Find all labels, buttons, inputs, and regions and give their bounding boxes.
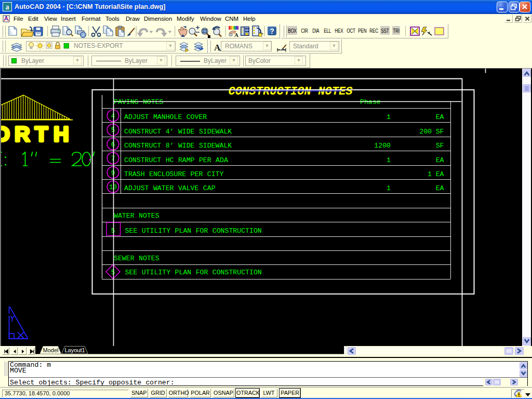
svg-text:9: 9 xyxy=(111,170,115,177)
svg-text:EA: EA xyxy=(436,170,444,178)
svg-text:Phase: Phase xyxy=(360,98,381,106)
svg-text:4: 4 xyxy=(111,113,115,120)
svg-text:7: 7 xyxy=(111,155,115,163)
svg-text:5: 5 xyxy=(111,269,115,276)
svg-text:1200: 1200 xyxy=(374,142,391,150)
svg-text:SF: SF xyxy=(436,142,444,150)
svg-text:O: O xyxy=(0,122,10,146)
svg-text:Model: Model xyxy=(43,347,59,353)
svg-text:T: T xyxy=(35,122,48,146)
svg-text:H: H xyxy=(54,122,69,146)
svg-text:A: A xyxy=(234,32,238,38)
svg-text:EA: EA xyxy=(436,156,444,164)
svg-text:CONSTRUCT 4’ WIDE SIDEWALK: CONSTRUCT 4’ WIDE SIDEWALK xyxy=(124,128,232,136)
svg-text:SEE UTILITY PLAN FOR CONSTRUCT: SEE UTILITY PLAN FOR CONSTRUCTION xyxy=(125,269,262,276)
svg-text:Layout1: Layout1 xyxy=(64,347,85,353)
svg-text:SF: SF xyxy=(436,128,444,136)
svg-text:1: 1 xyxy=(387,156,391,164)
svg-text:R: R xyxy=(15,122,30,146)
svg-text:1: 1 xyxy=(428,170,432,178)
svg-text:WATER NOTES: WATER NOTES xyxy=(114,212,159,220)
svg-text:ADJUST MANHOLE COVER: ADJUST MANHOLE COVER xyxy=(124,113,207,121)
svg-text:a: a xyxy=(6,3,9,11)
svg-text:1: 1 xyxy=(387,113,391,121)
svg-text:5: 5 xyxy=(111,228,115,235)
svg-text:CONSTRUCTION NOTES: CONSTRUCTION NOTES xyxy=(229,85,353,98)
svg-text:PAVING NOTES: PAVING NOTES xyxy=(114,98,164,106)
svg-text:EA: EA xyxy=(436,184,444,192)
svg-text:200: 200 xyxy=(419,128,432,136)
svg-text:SEE UTILITY PLAN FOR CONSTRUCT: SEE UTILITY PLAN FOR CONSTRUCTION xyxy=(125,227,262,235)
svg-text:1: 1 xyxy=(387,184,391,192)
svg-text:SEWER NOTES: SEWER NOTES xyxy=(114,255,159,262)
svg-text:6: 6 xyxy=(111,141,115,149)
svg-text:10: 10 xyxy=(109,184,117,191)
svg-text:EA: EA xyxy=(436,113,444,121)
svg-text:CONSTRUCT 8’ WIDE SIDEWALK: CONSTRUCT 8’ WIDE SIDEWALK xyxy=(124,142,232,150)
svg-text:5: 5 xyxy=(111,127,115,134)
svg-text:TRASH ENCLOSURE PER CITY: TRASH ENCLOSURE PER CITY xyxy=(124,170,224,178)
svg-text:CONSTRUCT HC RAMP PER ADA: CONSTRUCT HC RAMP PER ADA xyxy=(124,156,228,164)
svg-text:?: ? xyxy=(270,27,274,35)
svg-text:ADJUST WATER VALVE CAP: ADJUST WATER VALVE CAP xyxy=(124,184,216,192)
